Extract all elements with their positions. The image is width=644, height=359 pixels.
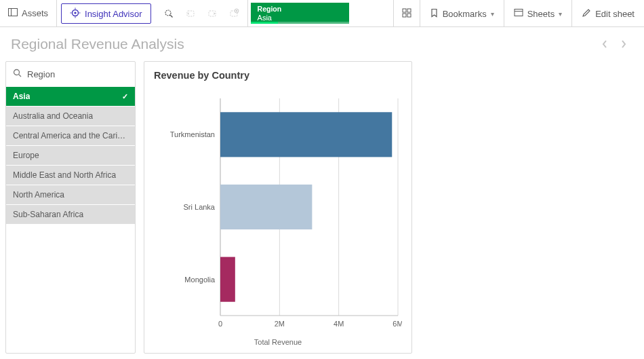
insight-label: Insight Advisor bbox=[85, 9, 142, 19]
grid-icon bbox=[402, 8, 411, 20]
insight-icon bbox=[70, 7, 81, 20]
svg-point-8 bbox=[165, 10, 171, 16]
selection-tag-label: Region bbox=[258, 5, 342, 14]
chart-plot-area: 02M4M6MTurkmenistanSri LankaMongolia Tot… bbox=[154, 85, 402, 346]
region-filter-item[interactable]: Sub-Saharan Africa bbox=[6, 204, 135, 224]
next-sheet-button[interactable] bbox=[614, 35, 633, 54]
bar-chart: 02M4M6MTurkmenistanSri LankaMongolia bbox=[154, 85, 402, 343]
svg-rect-19 bbox=[407, 14, 411, 17]
svg-text:Sri Lanka: Sri Lanka bbox=[184, 203, 216, 211]
region-filter-item-label: Middle East and North Africa bbox=[13, 170, 116, 180]
svg-point-3 bbox=[74, 12, 76, 14]
svg-rect-34 bbox=[220, 112, 392, 157]
assets-label: Assets bbox=[22, 8, 48, 18]
selection-tag-region[interactable]: Region Asia bbox=[251, 3, 349, 24]
svg-text:6M: 6M bbox=[393, 320, 402, 328]
svg-line-9 bbox=[170, 15, 173, 18]
region-filter-item-label: North America bbox=[13, 190, 64, 200]
region-filter-item[interactable]: Middle East and North Africa bbox=[6, 165, 135, 185]
smart-search-icon[interactable] bbox=[158, 0, 180, 27]
svg-rect-16 bbox=[403, 9, 406, 12]
svg-point-22 bbox=[14, 70, 20, 75]
svg-line-23 bbox=[19, 75, 22, 77]
page-title: Regional Revenue Analysis bbox=[11, 36, 184, 52]
region-filter-item-label: Europe bbox=[13, 151, 39, 160]
sheet-icon bbox=[514, 8, 523, 19]
bookmarks-label: Bookmarks bbox=[443, 9, 487, 19]
region-filter-pane: Region Asia✓Australia and OceaniaCentral… bbox=[5, 61, 136, 354]
svg-text:2M: 2M bbox=[275, 320, 285, 328]
panel-icon bbox=[8, 7, 18, 19]
svg-rect-38 bbox=[220, 257, 235, 302]
bookmarks-button[interactable]: Bookmarks ▾ bbox=[420, 0, 504, 27]
svg-text:Turkmenistan: Turkmenistan bbox=[170, 130, 215, 138]
search-icon bbox=[13, 69, 22, 79]
selection-tag-underline bbox=[251, 22, 349, 24]
region-filter-item-label: Asia bbox=[13, 92, 30, 101]
top-toolbar: Assets Insight Advisor Region Asia bbox=[0, 0, 644, 27]
chevron-down-icon: ▾ bbox=[559, 10, 562, 18]
region-filter-item-label: Central America and the Cari… bbox=[13, 131, 125, 140]
grid-view-button[interactable] bbox=[393, 0, 420, 27]
sheets-label: Sheets bbox=[527, 9, 555, 19]
region-filter-item-label: Australia and Oceania bbox=[13, 111, 93, 121]
revenue-chart-panel[interactable]: Revenue by Country 02M4M6MTurkmenistanSr… bbox=[144, 61, 412, 354]
pencil-icon bbox=[582, 8, 591, 20]
chevron-down-icon: ▾ bbox=[491, 10, 494, 18]
svg-rect-20 bbox=[515, 10, 523, 16]
svg-rect-36 bbox=[220, 185, 312, 229]
sheets-button[interactable]: Sheets ▾ bbox=[504, 0, 571, 27]
selection-tools bbox=[155, 0, 248, 26]
prev-sheet-button[interactable] bbox=[595, 35, 614, 54]
region-filter-item[interactable]: Asia✓ bbox=[6, 86, 135, 106]
svg-rect-18 bbox=[403, 14, 406, 17]
step-forward-icon bbox=[201, 0, 223, 27]
bookmark-icon bbox=[430, 8, 439, 20]
chart-title: Revenue by Country bbox=[154, 70, 402, 81]
svg-text:0: 0 bbox=[218, 320, 222, 328]
region-filter-header[interactable]: Region bbox=[6, 62, 135, 86]
region-filter-list: Asia✓Australia and OceaniaCentral Americ… bbox=[6, 86, 135, 224]
edit-sheet-button[interactable]: Edit sheet bbox=[571, 0, 644, 27]
svg-rect-0 bbox=[9, 9, 18, 16]
svg-text:4M: 4M bbox=[334, 320, 344, 328]
x-axis-label: Total Revenue bbox=[154, 338, 402, 346]
insight-advisor-button[interactable]: Insight Advisor bbox=[61, 3, 151, 24]
svg-rect-17 bbox=[407, 9, 411, 12]
title-bar: Regional Revenue Analysis bbox=[0, 27, 644, 61]
svg-text:Mongolia: Mongolia bbox=[184, 276, 216, 284]
edit-label: Edit sheet bbox=[595, 9, 635, 19]
check-icon: ✓ bbox=[122, 92, 128, 101]
assets-button[interactable]: Assets bbox=[0, 0, 57, 26]
region-filter-item[interactable]: North America bbox=[6, 185, 135, 204]
region-filter-item[interactable]: Central America and the Cari… bbox=[6, 126, 135, 145]
region-filter-title: Region bbox=[27, 69, 55, 79]
sheet-body: Region Asia✓Australia and OceaniaCentral… bbox=[0, 61, 644, 359]
region-filter-item[interactable]: Australia and Oceania bbox=[6, 106, 135, 126]
selection-tag-value: Asia bbox=[258, 14, 342, 22]
region-filter-item[interactable]: Europe bbox=[6, 145, 135, 165]
region-filter-item-label: Sub-Saharan Africa bbox=[13, 210, 83, 219]
clear-selections-icon bbox=[223, 0, 245, 27]
step-back-icon bbox=[180, 0, 201, 27]
